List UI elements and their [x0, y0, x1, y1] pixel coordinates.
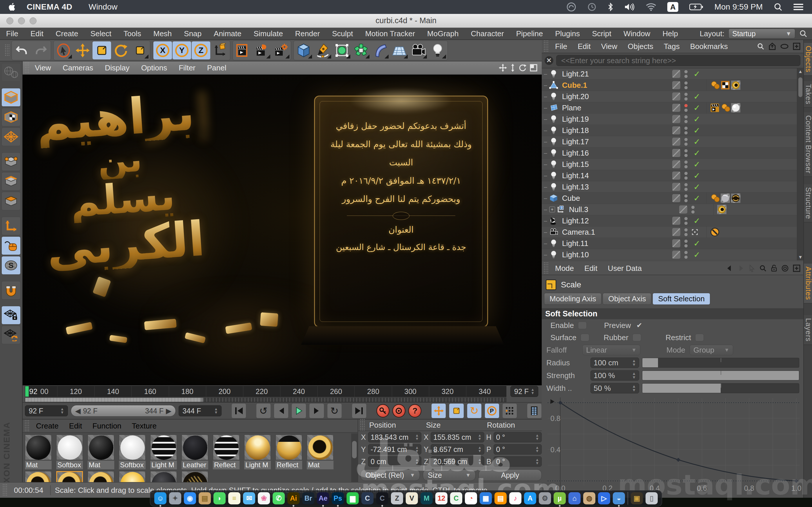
menu-objects[interactable]: Objects	[623, 42, 659, 51]
layer-swatch[interactable]	[679, 206, 687, 214]
add-spline-pen-button[interactable]	[313, 42, 332, 59]
tab-structure[interactable]: Structure	[804, 184, 812, 223]
lock-z-axis-button[interactable]: Z	[192, 42, 210, 59]
enabled-check-icon[interactable]: ✓	[691, 216, 702, 226]
om-path-up-icon[interactable]	[768, 43, 776, 50]
coords-mode-select[interactable]: Object (Rel)▼	[360, 469, 420, 481]
add-light-button[interactable]	[428, 42, 447, 59]
visibility-dots[interactable]	[682, 194, 690, 202]
keyframe-help-button[interactable]: ?	[408, 404, 421, 417]
tag-silver-icon[interactable]	[721, 193, 730, 203]
dock-bridge[interactable]: Br	[302, 492, 314, 504]
object-list-scrollbar[interactable]: ▲ ▼	[797, 68, 803, 261]
strength-field[interactable]: 100 %▲▼	[591, 370, 639, 381]
camera-target-icon[interactable]	[691, 229, 702, 235]
menu-panel[interactable]: Panel	[201, 63, 232, 72]
menu-edit[interactable]: Edit	[24, 29, 50, 38]
soft-selection-section-header[interactable]: Soft Selection	[542, 308, 803, 319]
visibility-dots[interactable]	[682, 81, 690, 89]
layer-swatch[interactable]	[672, 239, 680, 247]
width-field[interactable]: 50 %▲▼	[591, 383, 639, 393]
tab-objects[interactable]: Objects	[804, 43, 812, 76]
menu-file[interactable]: File	[550, 42, 572, 51]
visibility-dots[interactable]	[682, 161, 690, 168]
time-machine-icon[interactable]	[587, 2, 597, 12]
material-goldring[interactable]	[56, 471, 85, 482]
strength-slider[interactable]	[642, 371, 799, 380]
workplane-mode-button[interactable]	[1, 127, 20, 146]
goto-start-button[interactable]	[232, 403, 246, 418]
layout-select[interactable]: Startup▼	[728, 29, 795, 39]
enable-checkbox[interactable]	[578, 322, 587, 329]
coords-grip[interactable]	[360, 418, 364, 431]
object-row-null-3[interactable]: ‒+0Null.3	[542, 204, 803, 215]
menu-mesh[interactable]: Mesh	[147, 29, 178, 38]
enabled-check-icon[interactable]: ✓	[691, 126, 702, 135]
menu-select[interactable]: Select	[85, 29, 117, 38]
tag-goldring-icon[interactable]	[731, 80, 741, 90]
make-editable-button[interactable]	[1, 63, 20, 82]
layer-swatch[interactable]	[672, 93, 680, 101]
pos-z-field[interactable]: 0 cm▲▼	[368, 456, 421, 467]
menu-character[interactable]: Character	[465, 29, 510, 38]
menu-bookmarks[interactable]: Bookmarks	[685, 42, 733, 51]
rubber-checkbox[interactable]	[632, 334, 641, 341]
object-row-light-17[interactable]: ‒Light.17✓	[542, 136, 803, 148]
dock-cinema4d-b[interactable]: C	[376, 492, 388, 504]
battery-icon[interactable]	[689, 3, 703, 11]
dock-notes[interactable]: ≡	[228, 492, 240, 504]
object-row-cube[interactable]: ‒Cube✓	[542, 193, 803, 204]
wifi-icon[interactable]	[646, 3, 656, 11]
radius-field[interactable]: 100 cm▲▼	[591, 357, 639, 368]
record-keyframe-button[interactable]	[376, 404, 390, 417]
object-row-light-10[interactable]: ‒Light.10✓	[542, 249, 803, 261]
pos-x-field[interactable]: 183.543 cm▲▼	[368, 432, 421, 442]
om-eye-icon[interactable]	[780, 43, 789, 50]
add-cloner-mograph-button[interactable]	[352, 42, 370, 59]
menubar-clock[interactable]: Mon 9:59 PM	[714, 2, 763, 12]
visibility-dots[interactable]	[682, 127, 690, 134]
material-mat[interactable]: Mat	[25, 435, 54, 469]
layer-swatch[interactable]	[672, 217, 680, 225]
tag-protection-icon[interactable]	[710, 227, 719, 237]
tab-soft-selection[interactable]: Soft Selection	[653, 293, 710, 305]
dock-numbers[interactable]: ▆	[347, 492, 359, 504]
viewport-pan-icon[interactable]	[499, 64, 507, 72]
menu-file[interactable]: File	[0, 29, 24, 38]
attr-history-back-icon[interactable]	[725, 265, 733, 272]
menu-cameras[interactable]: Cameras	[57, 63, 99, 72]
menu-edit[interactable]: Edit	[579, 264, 603, 273]
edges-mode-button[interactable]	[1, 172, 20, 191]
dock-c-app[interactable]: C	[450, 492, 462, 504]
viewport-solo-button[interactable]	[1, 236, 20, 255]
menu-view[interactable]: View	[29, 63, 57, 72]
tab-layers[interactable]: Layers	[804, 315, 812, 345]
timeline-ruler[interactable]: 92 00 1201401601802002202402602803003203…	[25, 386, 506, 397]
material-light-m[interactable]: Light M	[244, 435, 273, 469]
tag-phong-icon[interactable]	[710, 80, 719, 90]
menu-render[interactable]: Render	[289, 29, 326, 38]
object-row-light-15[interactable]: ‒Light.15✓	[542, 159, 803, 170]
menu-animate[interactable]: Animate	[208, 29, 247, 38]
object-row-light-11[interactable]: ‒Light.11✓	[542, 238, 803, 249]
enabled-check-icon[interactable]: ✓	[691, 114, 702, 124]
attr-lock-icon[interactable]	[771, 265, 777, 272]
menu-view[interactable]: View	[596, 42, 623, 51]
render-to-picture-viewer-button[interactable]	[253, 42, 271, 59]
render-view-button[interactable]	[234, 42, 252, 59]
status-grip[interactable]	[2, 484, 7, 497]
om-search-icon[interactable]	[757, 43, 764, 50]
apply-button[interactable]: Apply	[478, 469, 542, 481]
object-row-light-20[interactable]: ‒Light.20✓	[542, 91, 803, 102]
dock-illustrator[interactable]: Ai	[288, 492, 300, 504]
viewport-dolly-icon[interactable]	[510, 64, 516, 72]
menu-filter[interactable]: Filter	[173, 63, 201, 72]
creative-cloud-icon[interactable]	[566, 2, 576, 12]
menu-tools[interactable]: Tools	[117, 29, 147, 38]
visibility-dots[interactable]	[682, 115, 690, 123]
rot-p-field[interactable]: 0 °▲▼	[494, 444, 542, 455]
object-manager-grip[interactable]	[544, 40, 548, 53]
viewport-canvas[interactable]: إبراهيم بن يسلم الكربي أتشرف بدعوتكم لحض…	[22, 75, 542, 385]
visibility-dots[interactable]	[682, 217, 690, 225]
range-end-field[interactable]: 344 F▲▼	[179, 405, 221, 416]
